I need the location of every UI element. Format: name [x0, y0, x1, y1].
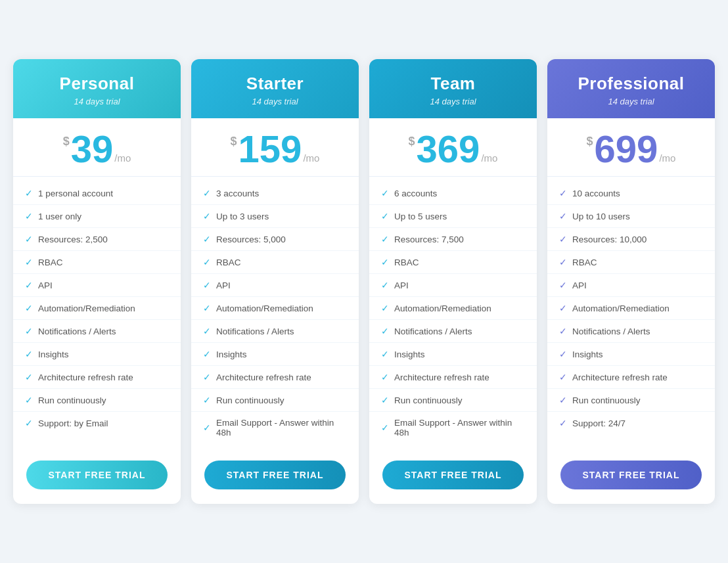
feature-item: ✓1 user only — [13, 205, 181, 228]
feature-item: ✓Automation/Remediation — [369, 297, 537, 320]
check-icon: ✓ — [559, 395, 567, 405]
check-icon: ✓ — [381, 326, 389, 336]
check-icon: ✓ — [25, 234, 33, 244]
feature-item: ✓Email Support - Answer within 48h — [191, 412, 359, 443]
price-dollar-professional: $ — [587, 135, 593, 147]
feature-text: RBAC — [572, 258, 597, 267]
feature-text: Architecture refresh rate — [394, 372, 489, 382]
plan-card-team: Team14 days trial$369/mo✓6 accounts✓Up t… — [369, 59, 537, 504]
feature-text: Run continuously — [216, 395, 284, 405]
pricing-grid: Personal14 days trial$39/mo✓1 personal a… — [13, 59, 715, 504]
feature-item: ✓Automation/Remediation — [547, 297, 715, 320]
check-icon: ✓ — [559, 234, 567, 244]
feature-item: ✓Insights — [369, 343, 537, 366]
feature-text: RBAC — [38, 258, 63, 267]
cta-button-starter[interactable]: START FREE TRIAL — [204, 461, 346, 489]
check-icon: ✓ — [203, 349, 211, 359]
feature-item: ✓3 accounts — [191, 182, 359, 205]
feature-item: ✓Architecture refresh rate — [13, 366, 181, 389]
plan-name-personal: Personal — [24, 74, 170, 94]
feature-item: ✓Resources: 5,000 — [191, 228, 359, 251]
plan-cta-starter: START FREE TRIAL — [191, 449, 359, 504]
feature-item: ✓Insights — [191, 343, 359, 366]
plan-price-section-team: $369/mo — [369, 118, 537, 177]
feature-item: ✓Resources: 2,500 — [13, 228, 181, 251]
plan-cta-personal: START FREE TRIAL — [13, 449, 181, 504]
feature-text: Architecture refresh rate — [38, 372, 133, 382]
feature-text: Support: 24/7 — [572, 418, 626, 428]
check-icon: ✓ — [381, 303, 389, 313]
price-dollar-personal: $ — [63, 135, 70, 147]
feature-item: ✓Resources: 7,500 — [369, 228, 537, 251]
plan-price-section-professional: $699/mo — [547, 118, 715, 177]
feature-text: RBAC — [216, 258, 241, 267]
plan-header-team: Team14 days trial — [369, 59, 537, 118]
feature-text: API — [394, 281, 409, 290]
feature-item: ✓API — [547, 274, 715, 297]
check-icon: ✓ — [559, 211, 567, 221]
price-dollar-starter: $ — [231, 135, 237, 147]
feature-text: 10 accounts — [572, 189, 620, 198]
plan-trial-starter: 14 days trial — [202, 97, 348, 106]
check-icon: ✓ — [559, 326, 567, 336]
feature-text: API — [38, 281, 53, 290]
price-amount-personal: 39 — [71, 130, 114, 168]
feature-item: ✓Notifications / Alerts — [13, 320, 181, 343]
feature-text: Resources: 7,500 — [394, 235, 464, 244]
check-icon: ✓ — [381, 234, 389, 244]
feature-item: ✓Run continuously — [191, 389, 359, 412]
feature-text: Automation/Remediation — [572, 304, 670, 313]
feature-item: ✓Support: 24/7 — [547, 412, 715, 434]
price-mo-professional: /mo — [659, 153, 675, 163]
plan-features-personal: ✓1 personal account✓1 user only✓Resource… — [13, 177, 181, 449]
feature-text: Email Support - Answer within 48h — [394, 418, 525, 438]
feature-text: Automation/Remediation — [38, 304, 135, 313]
check-icon: ✓ — [381, 372, 389, 382]
check-icon: ✓ — [25, 395, 33, 405]
price-mo-team: /mo — [481, 153, 497, 163]
check-icon: ✓ — [381, 211, 389, 221]
check-icon: ✓ — [203, 188, 211, 198]
cta-button-professional[interactable]: START FREE TRIAL — [560, 461, 702, 489]
feature-item: ✓RBAC — [369, 251, 537, 274]
feature-text: Up to 5 users — [394, 212, 447, 221]
plan-features-team: ✓6 accounts✓Up to 5 users✓Resources: 7,5… — [369, 177, 537, 449]
price-mo-personal: /mo — [114, 153, 131, 163]
feature-item: ✓Email Support - Answer within 48h — [369, 412, 537, 443]
feature-item: ✓Run continuously — [547, 389, 715, 412]
plan-trial-professional: 14 days trial — [558, 97, 704, 106]
check-icon: ✓ — [559, 188, 567, 198]
plan-features-starter: ✓3 accounts✓Up to 3 users✓Resources: 5,0… — [191, 177, 359, 449]
plan-features-professional: ✓10 accounts✓Up to 10 users✓Resources: 1… — [547, 177, 715, 449]
cta-button-team[interactable]: START FREE TRIAL — [382, 461, 524, 489]
feature-text: Notifications / Alerts — [572, 327, 650, 336]
feature-item: ✓API — [369, 274, 537, 297]
check-icon: ✓ — [559, 418, 567, 428]
plan-card-starter: Starter14 days trial$159/mo✓3 accounts✓U… — [191, 59, 359, 504]
feature-text: 6 accounts — [394, 189, 437, 198]
cta-button-personal[interactable]: START FREE TRIAL — [26, 461, 168, 489]
plan-name-professional: Professional — [558, 74, 704, 94]
feature-item: ✓Insights — [13, 343, 181, 366]
feature-item: ✓Run continuously — [369, 389, 537, 412]
price-amount-professional: 699 — [595, 130, 658, 168]
feature-text: Architecture refresh rate — [572, 372, 668, 382]
check-icon: ✓ — [25, 257, 33, 267]
feature-text: Resources: 10,000 — [572, 235, 647, 244]
check-icon: ✓ — [381, 280, 389, 290]
check-icon: ✓ — [559, 372, 567, 382]
feature-text: Insights — [572, 349, 603, 359]
check-icon: ✓ — [203, 303, 211, 313]
feature-item: ✓Support: by Email — [13, 412, 181, 434]
feature-text: 1 personal account — [38, 189, 113, 198]
feature-item: ✓Automation/Remediation — [13, 297, 181, 320]
check-icon: ✓ — [559, 280, 567, 290]
feature-item: ✓RBAC — [13, 251, 181, 274]
feature-text: Up to 3 users — [216, 212, 269, 221]
feature-item: ✓API — [191, 274, 359, 297]
feature-item: ✓Up to 5 users — [369, 205, 537, 228]
feature-item: ✓API — [13, 274, 181, 297]
check-icon: ✓ — [203, 280, 211, 290]
check-icon: ✓ — [25, 280, 33, 290]
feature-item: ✓Up to 3 users — [191, 205, 359, 228]
